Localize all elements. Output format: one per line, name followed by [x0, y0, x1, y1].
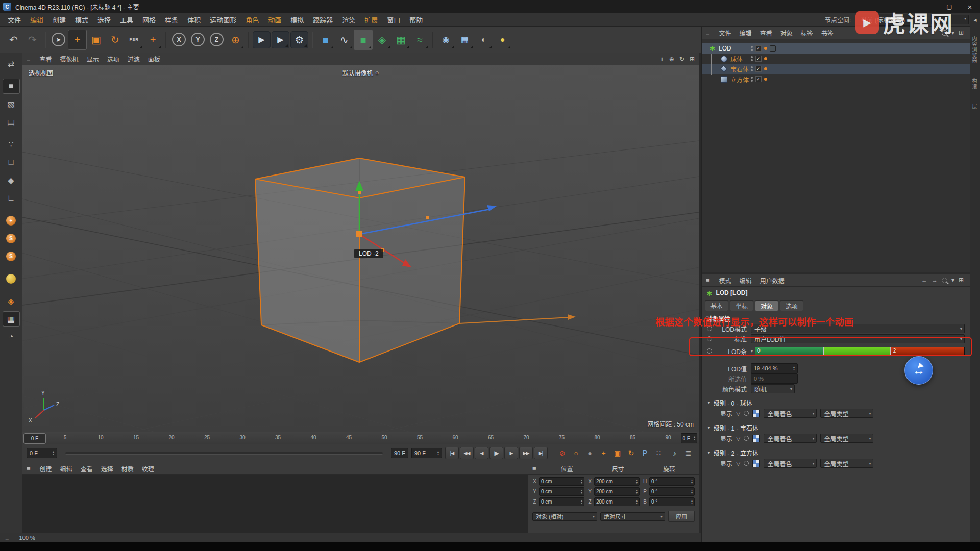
- enable-checkbox[interactable]: ✓: [755, 76, 762, 82]
- dock-collapse-icon[interactable]: ◂: [973, 16, 976, 23]
- rotate-tool[interactable]: ↻: [106, 30, 125, 50]
- light-button[interactable]: ●: [493, 30, 512, 50]
- tab-对象[interactable]: 对象: [755, 300, 778, 311]
- coord-field-位置-Y[interactable]: 0 cm▴▾: [539, 487, 584, 496]
- visibility-dots-icon[interactable]: [751, 77, 753, 82]
- viewport-menu-摄像机[interactable]: 摄像机: [56, 55, 83, 63]
- material-menu-编辑[interactable]: 编辑: [56, 464, 77, 473]
- level-2-header[interactable]: ▼ 级别 - 2 - 立方体: [702, 447, 970, 458]
- object-name[interactable]: 立方体: [730, 75, 749, 84]
- visibility-dots-icon[interactable]: [751, 56, 753, 61]
- viewport-menu-icon[interactable]: ≡: [27, 55, 31, 63]
- object-name[interactable]: LOD: [719, 45, 731, 52]
- camera-label[interactable]: 默认摄像机 ⊕: [342, 68, 379, 77]
- display-circle-icon[interactable]: [744, 461, 749, 466]
- lock-z-axis-button[interactable]: Z: [207, 30, 226, 50]
- layout-icon[interactable]: ⊞: [959, 277, 964, 284]
- coord-field-尺寸-Z[interactable]: 200 cm▴▾: [594, 497, 640, 506]
- stepper-icon[interactable]: ▴▾: [579, 479, 582, 484]
- dock-tab-层[interactable]: 层: [970, 104, 978, 109]
- attribute-menu-icon[interactable]: ≡: [706, 277, 710, 284]
- dock-tab-内容浏览器[interactable]: 内容浏览器: [970, 36, 978, 64]
- layout-icon[interactable]: ⊞: [959, 29, 964, 36]
- menu-item-编辑[interactable]: 编辑: [26, 15, 48, 24]
- rotate-view-icon[interactable]: ↻: [679, 56, 684, 63]
- object-menu-编辑[interactable]: 编辑: [736, 29, 756, 37]
- material-menu-icon[interactable]: ≡: [27, 465, 31, 472]
- lock-y-axis-button[interactable]: Y: [188, 30, 207, 50]
- display-circle-icon[interactable]: [744, 411, 749, 416]
- prev-frame-button[interactable]: ◀: [475, 447, 488, 459]
- scale-tool[interactable]: ▣: [87, 30, 106, 50]
- stepper-icon[interactable]: ▴▾: [689, 499, 693, 505]
- subdivision-surface-button[interactable]: ■: [354, 30, 373, 50]
- lod-value-field[interactable]: 19.484 % ▴▾: [751, 363, 798, 373]
- viewport-menu-过滤[interactable]: 过滤: [124, 55, 144, 63]
- record-rotation-toggle[interactable]: ↻: [625, 447, 638, 459]
- material-menu-选择[interactable]: 选择: [97, 464, 117, 473]
- extra-tools-button[interactable]: +: [143, 30, 162, 50]
- enable-axis-button[interactable]: +: [3, 213, 20, 228]
- goto-start-button[interactable]: |◀: [445, 447, 459, 459]
- spline-pen-button[interactable]: ∿: [335, 30, 354, 50]
- coord-field-旋转-B[interactable]: 0 °▴▾: [649, 497, 695, 506]
- tab-基本[interactable]: 基本: [705, 300, 728, 311]
- dock-tab-构造[interactable]: 构造: [970, 78, 978, 89]
- toggle-view-icon[interactable]: ⊞: [690, 56, 695, 63]
- snap-3d-button[interactable]: ◈: [3, 293, 20, 309]
- visibility-dots-icon[interactable]: [751, 66, 753, 71]
- object-name[interactable]: 宝石体: [730, 65, 749, 73]
- stepper-icon[interactable]: ▴▾: [435, 450, 439, 456]
- menu-item-工具[interactable]: 工具: [115, 15, 138, 24]
- coord-field-旋转-H[interactable]: 0 °▴▾: [649, 477, 695, 486]
- menu-item-样条[interactable]: 样条: [160, 15, 183, 24]
- add-primitive-button[interactable]: ■: [316, 30, 335, 50]
- lod-tag-icon[interactable]: [770, 45, 776, 52]
- stepper-icon[interactable]: ▴▾: [634, 499, 638, 505]
- model-mode-button[interactable]: ■: [3, 79, 20, 94]
- stepper-icon[interactable]: ▴▾: [579, 489, 582, 494]
- filter-funnel-icon[interactable]: ▽: [736, 410, 740, 417]
- fields-button[interactable]: ≈: [410, 30, 429, 50]
- search-icon[interactable]: [942, 278, 947, 283]
- stepper-icon[interactable]: ▴▾: [692, 436, 695, 441]
- menu-item-动画[interactable]: 动画: [263, 15, 286, 24]
- viewport-menu-面板[interactable]: 面板: [144, 55, 164, 63]
- undo-button[interactable]: ↶: [4, 30, 23, 50]
- history-back-icon[interactable]: ←: [921, 277, 927, 284]
- display-mode-button[interactable]: ◉: [436, 30, 455, 50]
- generators-button[interactable]: ◈: [373, 30, 391, 50]
- live-selection-tool[interactable]: ➤: [49, 30, 68, 50]
- stepper-icon[interactable]: ▴▾: [791, 366, 795, 371]
- level-0-header[interactable]: ▼ 级别 - 0 - 球体: [702, 397, 970, 408]
- move-tool[interactable]: +: [68, 30, 87, 50]
- end-frame-field[interactable]: 90 F: [391, 448, 408, 458]
- attribute-menu-模式[interactable]: 模式: [715, 276, 736, 285]
- redo-button[interactable]: ↷: [23, 30, 42, 50]
- object-manager-menu-icon[interactable]: ≡: [706, 29, 710, 37]
- size-mode-dropdown[interactable]: 绝对尺寸▾: [600, 512, 665, 521]
- viewport-canvas[interactable]: Y Z X 透视视图 默认摄像机 ⊕ LOD -2 网格间距 : 50 cm: [22, 65, 699, 432]
- menu-item-运动图形[interactable]: 运动图形: [205, 15, 241, 24]
- render-view-button[interactable]: ▶: [253, 31, 271, 48]
- texture-checker-icon[interactable]: [752, 460, 760, 467]
- close-button[interactable]: ×: [960, 0, 980, 13]
- next-frame-button[interactable]: ▶: [504, 447, 518, 459]
- viewport-menu-选项[interactable]: 选项: [103, 55, 124, 63]
- object-menu-查看[interactable]: 查看: [756, 29, 776, 37]
- next-key-button[interactable]: ▶▶: [519, 447, 533, 459]
- convert-editable-button[interactable]: ⇄: [3, 56, 20, 71]
- menu-item-跟踪器[interactable]: 跟踪器: [308, 15, 337, 24]
- coord-field-位置-X[interactable]: 0 cm▴▾: [539, 477, 584, 486]
- viewport-menu-显示[interactable]: 显示: [83, 55, 103, 63]
- stepper-icon[interactable]: ▴▾: [579, 499, 582, 505]
- material-menu-查看[interactable]: 查看: [77, 464, 97, 473]
- start-frame-field[interactable]: 0 F ▴▾: [27, 448, 57, 458]
- texture-checker-icon[interactable]: [752, 435, 760, 442]
- visibility-dots-icon[interactable]: [751, 46, 753, 51]
- material-list-area[interactable]: [22, 475, 528, 533]
- menu-item-模式[interactable]: 模式: [70, 15, 93, 24]
- coordinate-mode-dropdown[interactable]: 对象 (相对)▾: [532, 512, 597, 521]
- object-row-球体[interactable]: 球体✓: [702, 54, 970, 64]
- sound-toggle-button[interactable]: ♪: [668, 447, 681, 459]
